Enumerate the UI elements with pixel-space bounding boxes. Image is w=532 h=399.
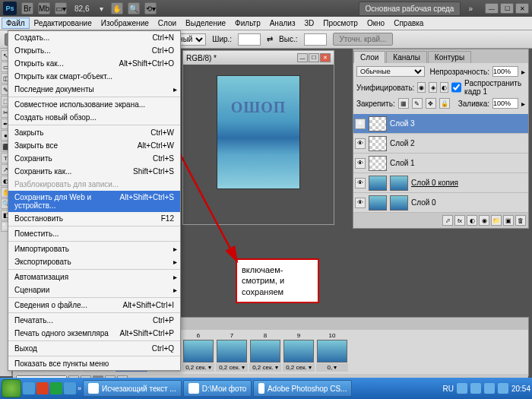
layer-row[interactable]: 👁Слой 0 [353, 193, 528, 213]
rotate-icon[interactable]: ⟲▾ [144, 2, 157, 14]
menu-item[interactable]: Печатать...Ctrl+P [8, 314, 180, 327]
visibility-icon[interactable]: 👁 [355, 178, 366, 188]
menu-item[interactable]: Открыть как смарт-объект... [8, 70, 180, 83]
layer-row[interactable]: 👁Слой 1 [353, 154, 528, 173]
folder-icon[interactable]: 📁 [491, 215, 502, 226]
lock-move-icon[interactable]: ✥ [426, 98, 436, 109]
fx-icon[interactable]: fx [454, 215, 465, 226]
height-input[interactable] [304, 33, 327, 46]
menu-просмотр[interactable]: Просмотр [318, 17, 363, 29]
refine-edge-button: Уточн. край... [333, 33, 394, 46]
menu-item[interactable]: ВосстановитьF12 [8, 212, 180, 225]
adjustment-icon[interactable]: ◉ [479, 215, 489, 226]
layer-thumb [369, 176, 387, 191]
panel-tab[interactable]: Слои [353, 51, 385, 63]
link-icon[interactable]: ⬀ [442, 215, 453, 226]
menu-item[interactable]: Сведения о файле...Alt+Shift+Ctrl+I [8, 299, 180, 312]
menu-окно[interactable]: Окно [363, 17, 389, 29]
minimize-button[interactable]: — [485, 3, 499, 14]
layer-row[interactable]: 👁Слой 0 копия [353, 173, 528, 193]
visibility-icon[interactable]: 👁 [355, 119, 366, 129]
doc-close-icon[interactable]: ✕ [320, 53, 331, 62]
menu-3d[interactable]: 3D [299, 17, 318, 29]
layer-row[interactable]: 👁Слой 2 [353, 134, 528, 154]
quicklaunch-icon[interactable] [23, 382, 35, 394]
lock-all-icon[interactable]: 🔒 [439, 98, 450, 109]
menu-item[interactable]: Создать новый обзор... [8, 111, 180, 124]
layout-icon[interactable]: ▭▾ [55, 2, 67, 14]
menu-item[interactable]: Создать...Ctrl+N [8, 31, 180, 44]
menu-слои[interactable]: Слои [154, 17, 181, 29]
opacity-input[interactable] [492, 66, 518, 77]
menu-справка[interactable]: Справка [389, 17, 428, 29]
bridge-icon[interactable]: Br [21, 2, 33, 14]
zoom-icon[interactable]: 🔍 [128, 2, 140, 14]
layer-row[interactable]: 👁Слой 3 [353, 114, 528, 134]
menu-item[interactable]: Автоматизация [8, 271, 180, 283]
menu-item[interactable]: Сценарии [8, 283, 180, 296]
taskbar-task[interactable]: Исчезающий текст ... [83, 380, 182, 397]
close-button[interactable]: ✕ [515, 3, 529, 14]
menu-редактирование[interactable]: Редактирование [30, 17, 97, 29]
menu-item[interactable]: Сохранить как...Shift+Ctrl+S [8, 165, 180, 178]
ps-logo: Ps [3, 2, 17, 15]
lock-brush-icon[interactable]: ✎ [412, 98, 423, 109]
annotation-callout: включаем-смотрим, исохраняем [236, 258, 319, 303]
document-window[interactable]: RGB/8) * —☐✕ ОШОП [182, 50, 334, 225]
doc-minimize-icon[interactable]: — [297, 53, 308, 62]
menu-item[interactable]: Поместить... [8, 227, 180, 240]
animation-frame[interactable]: 90,2 сек. ▾ [283, 332, 315, 372]
visibility-icon[interactable]: 👁 [355, 198, 366, 208]
menu-item[interactable]: ВыходCtrl+Q [8, 342, 180, 355]
menu-item: Разблокировать для записи... [8, 178, 180, 191]
menu-item[interactable]: Последние документы [8, 83, 180, 96]
menubar: ФайлРедактированиеИзображениеСлоиВыделен… [0, 17, 532, 30]
taskbar-task[interactable]: Adobe Photoshop CS... [253, 380, 352, 397]
mask-icon[interactable]: ◐ [467, 215, 477, 226]
canvas[interactable]: ОШОП [217, 75, 300, 189]
menu-item[interactable]: Совместное использование экрана... [8, 98, 180, 111]
propagate-checkbox[interactable] [451, 82, 461, 93]
workspace-selector[interactable]: Основная рабочая среда [359, 2, 461, 16]
menu-изображение[interactable]: Изображение [97, 17, 154, 29]
document-titlebar[interactable]: RGB/8) * —☐✕ [183, 51, 334, 65]
new-layer-icon[interactable]: ▣ [503, 215, 514, 226]
animation-frame[interactable]: 60,2 сек. ▾ [182, 332, 214, 372]
menu-item[interactable]: ЗакрытьCtrl+W [8, 126, 180, 139]
fill-input[interactable] [492, 98, 518, 109]
doc-maximize-icon[interactable]: ☐ [309, 53, 319, 62]
menu-item[interactable]: Закрыть всеAlt+Ctrl+W [8, 139, 180, 152]
menu-файл[interactable]: Файл [2, 17, 30, 29]
menu-выделение[interactable]: Выделение [181, 17, 230, 29]
animation-frame[interactable]: 100, ▾ [316, 332, 348, 372]
layers-panel: СлоиКаналыКонтуры Обычные Непрозрачность… [353, 49, 529, 229]
layer-thumb [369, 136, 387, 151]
mb-icon[interactable]: Mb [38, 2, 50, 14]
taskbar-task[interactable]: D:\Мои фото [183, 380, 252, 397]
menu-item[interactable]: Сохранить для Web и устройств...Alt+Shif… [8, 191, 180, 212]
trash-icon[interactable]: 🗑 [515, 215, 526, 226]
menu-item[interactable]: Экспортировать [8, 255, 180, 268]
width-input[interactable] [238, 33, 261, 46]
menu-item[interactable]: Открыть как...Alt+Shift+Ctrl+O [8, 57, 180, 70]
zoom-value[interactable]: 82,6 [74, 5, 89, 13]
panel-tab[interactable]: Контуры [428, 51, 471, 63]
maximize-button[interactable]: ☐ [500, 3, 514, 14]
clock[interactable]: 20:54 [511, 385, 530, 393]
menu-анализ[interactable]: Анализ [265, 17, 300, 29]
visibility-icon[interactable]: 👁 [355, 138, 366, 149]
menu-item[interactable]: Печать одного экземпляраAlt+Shift+Ctrl+P [8, 327, 180, 340]
menu-фильтр[interactable]: Фильтр [230, 17, 265, 29]
animation-frame[interactable]: 70,2 сек. ▾ [216, 332, 248, 372]
animation-frame[interactable]: 80,2 сек. ▾ [249, 332, 281, 372]
hand-icon[interactable]: ✋ [111, 2, 123, 14]
panel-tab[interactable]: Каналы [386, 51, 427, 63]
menu-item[interactable]: Открыть...Ctrl+O [8, 44, 180, 57]
menu-item[interactable]: СохранитьCtrl+S [8, 152, 180, 165]
blend-mode-select[interactable]: Обычные [356, 66, 425, 77]
menu-item[interactable]: Импортировать [8, 242, 180, 255]
start-button[interactable] [2, 379, 21, 397]
lock-pixels-icon[interactable]: ▦ [398, 98, 409, 109]
menu-item[interactable]: Показать все пункты меню [8, 357, 180, 370]
visibility-icon[interactable]: 👁 [355, 158, 366, 169]
